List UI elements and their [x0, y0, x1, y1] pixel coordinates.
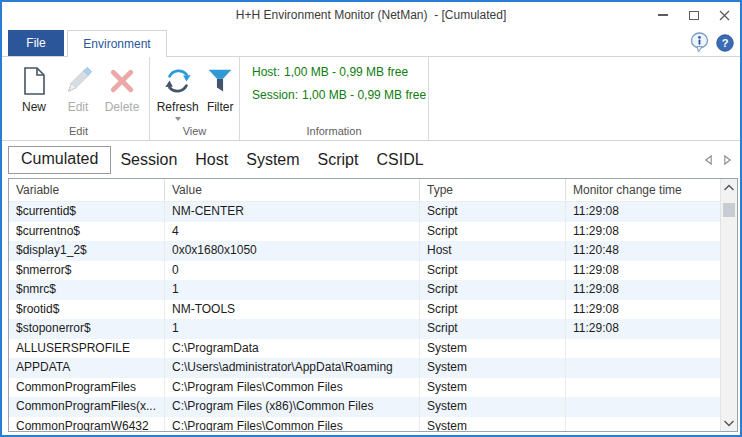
- table-cell: System: [420, 417, 566, 433]
- scrollbar-thumb[interactable]: [723, 203, 735, 217]
- view-tab-strip: Cumulated Session Host System Script CSI…: [2, 141, 740, 178]
- scroll-tabs-right-button[interactable]: [723, 154, 732, 166]
- table-cell: C:\Program Files\Common Files: [165, 417, 420, 433]
- table-row[interactable]: $currentno$4Script11:29:08: [9, 222, 737, 242]
- table-row[interactable]: APPDATAC:\Users\administrator\AppData\Ro…: [9, 358, 737, 378]
- host-info-value: 1,00 MB - 0,99 MB free: [284, 65, 408, 79]
- table-cell: 11:29:08: [566, 300, 706, 320]
- column-header-type[interactable]: Type: [420, 179, 566, 201]
- scroll-up-button[interactable]: [721, 179, 737, 196]
- table-cell: 0x0x1680x1050: [165, 241, 420, 261]
- new-button[interactable]: New: [12, 62, 56, 114]
- circular-arrows-icon: [163, 64, 193, 98]
- close-icon: [719, 10, 730, 21]
- edit-button[interactable]: Edit: [56, 62, 100, 114]
- table-cell: CommonProgramFiles: [9, 378, 165, 398]
- table-cell: [566, 339, 706, 359]
- ribbon-group-view: Refresh Filter View: [150, 57, 240, 140]
- table-cell: System: [420, 397, 566, 417]
- table-row[interactable]: ALLUSERSPROFILEC:\ProgramDataSystem: [9, 339, 737, 359]
- scroll-tabs-left-button[interactable]: [704, 154, 713, 166]
- ribbon-tab-file[interactable]: File: [8, 30, 64, 56]
- view-tab-session[interactable]: Session: [111, 147, 186, 173]
- view-group-label: View: [150, 125, 239, 137]
- triangle-right-icon: [723, 154, 732, 166]
- table-cell: $stoponerror$: [9, 319, 165, 339]
- close-button[interactable]: [709, 2, 740, 28]
- session-info-label: Session:: [252, 88, 298, 102]
- ribbon-tab-bar: File Environment ?: [2, 28, 740, 57]
- document-icon: [20, 64, 48, 98]
- ribbon-group-information: Host:1,00 MB - 0,99 MB free Session:1,00…: [240, 57, 429, 140]
- scroll-down-button[interactable]: [721, 414, 737, 431]
- maximize-icon: [689, 11, 699, 20]
- table-row[interactable]: $display1_2$0x0x1680x1050Host11:20:48: [9, 241, 737, 261]
- column-header-monitor-change-time[interactable]: Monitor change time: [566, 179, 706, 201]
- table-row[interactable]: $currentid$NM-CENTERScript11:29:08: [9, 202, 737, 222]
- table-cell: C:\ProgramData: [165, 339, 420, 359]
- table-cell: CommonProgramW6432: [9, 417, 165, 433]
- vertical-scrollbar[interactable]: [720, 179, 737, 431]
- info-button[interactable]: [690, 32, 709, 53]
- table-cell: [566, 397, 706, 417]
- view-tab-script[interactable]: Script: [309, 147, 368, 173]
- table-row[interactable]: CommonProgramFiles(x...C:\Program Files …: [9, 397, 737, 417]
- ribbon-group-edit: New Edit Delete: [8, 57, 150, 140]
- table-cell: ALLUSERSPROFILE: [9, 339, 165, 359]
- table-row[interactable]: CommonProgramFilesC:\Program Files\Commo…: [9, 378, 737, 398]
- view-tab-cumulated[interactable]: Cumulated: [8, 146, 111, 174]
- column-header-value[interactable]: Value: [165, 179, 420, 201]
- host-info: Host:1,00 MB - 0,99 MB free: [252, 65, 428, 79]
- filter-button[interactable]: Filter: [201, 62, 239, 114]
- environment-table: Variable Value Type Monitor change time …: [8, 178, 738, 432]
- maximize-button[interactable]: [678, 2, 709, 28]
- column-header-variable[interactable]: Variable: [9, 179, 165, 201]
- chevron-down-icon: [723, 419, 735, 427]
- chevron-up-icon: [723, 184, 735, 192]
- table-cell: 11:29:08: [566, 222, 706, 242]
- table-header: Variable Value Type Monitor change time: [9, 179, 737, 202]
- information-group-label: Information: [240, 125, 428, 137]
- edit-button-label: Edit: [68, 100, 89, 114]
- session-info: Session:1,00 MB - 0,99 MB free: [252, 88, 428, 102]
- table-row[interactable]: $rootid$NM-TOOLSScript11:29:08: [9, 300, 737, 320]
- refresh-button-label: Refresh: [157, 100, 199, 114]
- host-info-label: Host:: [252, 65, 280, 79]
- table-cell: 11:29:08: [566, 202, 706, 222]
- table-row[interactable]: $stoponerror$1Script11:29:08: [9, 319, 737, 339]
- table-cell: [566, 417, 706, 433]
- view-tab-csidl[interactable]: CSIDL: [367, 147, 432, 173]
- refresh-dropdown-caret-icon[interactable]: [175, 117, 181, 121]
- minimize-button[interactable]: [647, 2, 678, 28]
- table-cell: C:\Program Files\Common Files: [165, 378, 420, 398]
- table-cell: Script: [420, 222, 566, 242]
- svg-text:?: ?: [722, 37, 729, 49]
- ribbon-tab-environment[interactable]: Environment: [67, 30, 167, 57]
- refresh-button[interactable]: Refresh: [154, 62, 201, 121]
- table-cell: $nmrc$: [9, 280, 165, 300]
- table-row[interactable]: $nmrc$1Script11:29:08: [9, 280, 737, 300]
- table-body: $currentid$NM-CENTERScript11:29:08$curre…: [9, 202, 737, 432]
- table-cell: Script: [420, 280, 566, 300]
- ribbon: New Edit Delete: [2, 57, 740, 141]
- title-bar: H+H Environment Monitor (NetMan) - [Cumu…: [2, 2, 740, 28]
- view-tab-system[interactable]: System: [237, 147, 308, 173]
- table-cell: Script: [420, 319, 566, 339]
- table-cell: $currentid$: [9, 202, 165, 222]
- funnel-icon: [206, 64, 234, 98]
- table-cell: System: [420, 339, 566, 359]
- table-row[interactable]: $nmerror$0Script11:29:08: [9, 261, 737, 281]
- table-cell: $currentno$: [9, 222, 165, 242]
- table-row[interactable]: CommonProgramW6432C:\Program Files\Commo…: [9, 417, 737, 433]
- table-cell: $nmerror$: [9, 261, 165, 281]
- table-cell: $display1_2$: [9, 241, 165, 261]
- view-tab-host[interactable]: Host: [186, 147, 237, 173]
- table-cell: $rootid$: [9, 300, 165, 320]
- x-icon: [108, 64, 136, 98]
- table-cell: 0: [165, 261, 420, 281]
- delete-button[interactable]: Delete: [100, 62, 144, 114]
- table-cell: Script: [420, 300, 566, 320]
- help-button[interactable]: ?: [716, 34, 734, 52]
- table-cell: [566, 358, 706, 378]
- table-cell: Host: [420, 241, 566, 261]
